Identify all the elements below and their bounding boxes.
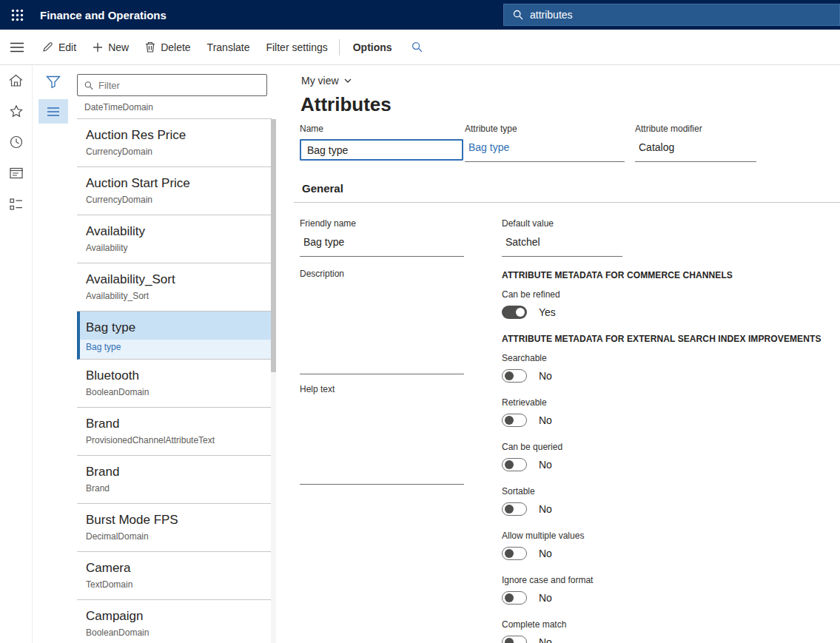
list-lines-icon	[47, 107, 59, 116]
toggle-row: No	[502, 458, 840, 471]
toggle-state-text: No	[539, 503, 552, 515]
new-button-label: New	[108, 41, 129, 53]
help-text-field[interactable]	[300, 400, 464, 485]
toggle-field: Sortable No	[502, 486, 840, 516]
list-filter-input[interactable]	[98, 80, 260, 91]
toggle-row: Yes	[502, 306, 840, 319]
list-filter-box[interactable]	[77, 74, 267, 96]
toggle-row: No	[502, 636, 840, 643]
toggle-knob	[505, 416, 514, 425]
attribute-modifier-value[interactable]: Catalog	[635, 139, 756, 162]
home-icon[interactable]	[8, 73, 24, 87]
toggle-state-text: No	[539, 636, 552, 643]
view-selector[interactable]: My view	[294, 74, 352, 87]
list-item[interactable]: Auction Start Price CurrencyDomain	[77, 167, 272, 215]
list-item[interactable]: Burst Mode FPS DecimalDomain	[77, 504, 272, 552]
toggle-switch[interactable]	[502, 414, 527, 427]
global-search-value: attributes	[530, 9, 573, 21]
name-label: Name	[300, 124, 465, 134]
filter-settings-button-label: Filter settings	[266, 41, 327, 53]
toggle-switch[interactable]	[502, 369, 527, 383]
header-fields: Name Attribute type Bag type Attribute m…	[294, 124, 840, 162]
filter-settings-button[interactable]: Filter settings	[258, 30, 335, 64]
records-list-panel: DateTimeDomain Auction Res Price Currenc…	[74, 65, 276, 643]
app-title[interactable]: Finance and Operations	[40, 9, 167, 21]
recent-clock-icon[interactable]	[8, 135, 24, 149]
name-field-group: Name	[300, 124, 465, 162]
list-item[interactable]: Auction Res Price CurrencyDomain	[77, 119, 272, 167]
new-button[interactable]: New	[84, 30, 137, 64]
toggle-label: Allow multiple values	[502, 531, 840, 541]
list-item[interactable]: Availability Availability	[77, 215, 272, 263]
delete-button[interactable]: Delete	[137, 30, 198, 64]
list-item[interactable]: Bag type Bag type	[77, 312, 272, 360]
toggle-label: Can be refined	[502, 289, 840, 300]
toggle-switch[interactable]	[502, 547, 527, 560]
toggle-field: Searchable No	[502, 353, 840, 383]
action-toolbar: Edit New Delete Translate Filter setting…	[0, 30, 840, 65]
name-input[interactable]	[300, 139, 463, 161]
show-list-button[interactable]	[38, 99, 68, 124]
toggle-switch[interactable]	[502, 591, 527, 605]
list-scrollbar[interactable]	[271, 119, 276, 643]
filter-funnel-button[interactable]	[40, 71, 67, 93]
modules-sitemap-icon[interactable]	[8, 197, 24, 212]
toggle-field: Ignore case and format No	[502, 575, 840, 605]
commerce-metadata-heading: ATTRIBUTE METADATA FOR COMMERCE CHANNELS	[502, 270, 840, 280]
toggle-label: Complete match	[502, 619, 840, 630]
options-menu-label: Options	[353, 41, 392, 53]
nav-menu-button[interactable]	[0, 30, 34, 64]
list-item-subtitle: CurrencyDomain	[77, 143, 272, 157]
toggle-label: Retrievable	[502, 397, 840, 408]
default-value-field[interactable]: Satchel	[502, 234, 622, 257]
toggle-switch[interactable]	[502, 636, 527, 643]
toggle-field: Can be refined Yes	[502, 289, 840, 319]
toggle-switch[interactable]	[502, 502, 527, 516]
list-item[interactable]: Brand ProvisionedChannelAttributeText	[77, 408, 272, 456]
list-item-title: Availability_Sort	[77, 263, 272, 287]
commerce-toggle-group: Can be refined Yes	[502, 289, 840, 319]
search-metadata-heading: ATTRIBUTE METADATA FOR EXTERNAL SEARCH I…	[502, 334, 840, 344]
list-item-subtitle: Bag type	[80, 340, 272, 360]
toggle-state-text: No	[539, 548, 552, 559]
attribute-type-link[interactable]: Bag type	[465, 139, 625, 162]
toggle-state-text: No	[539, 459, 552, 471]
list-item[interactable]: Availability_Sort Availability_Sort	[77, 263, 272, 312]
list-item[interactable]: Camera TextDomain	[77, 552, 272, 600]
scrollbar-thumb[interactable]	[271, 119, 276, 372]
toggle-label: Sortable	[502, 486, 840, 496]
favorites-star-icon[interactable]	[8, 104, 24, 118]
toggle-field: Allow multiple values No	[502, 531, 840, 560]
edit-button[interactable]: Edit	[34, 30, 84, 64]
translate-button[interactable]: Translate	[199, 30, 258, 64]
options-menu-button[interactable]: Options	[343, 30, 403, 64]
waffle-grid-icon	[11, 9, 24, 21]
list-item-partial[interactable]: DateTimeDomain	[77, 102, 272, 119]
list-item-subtitle: BooleanDomain	[77, 624, 272, 638]
app-launcher-icon[interactable]	[0, 0, 34, 30]
list-item[interactable]: Campaign BooleanDomain	[77, 600, 272, 643]
global-search-box[interactable]: attributes	[503, 4, 840, 26]
toggle-knob	[505, 638, 514, 643]
list-item-title: Auction Res Price	[77, 119, 272, 143]
toggle-knob	[516, 308, 525, 317]
workspaces-form-icon[interactable]	[8, 166, 24, 181]
friendly-name-field[interactable]: Bag type	[300, 234, 464, 257]
toggle-switch[interactable]	[502, 458, 527, 471]
toggle-knob	[505, 549, 514, 558]
list-item-subtitle: Availability_Sort	[77, 287, 272, 301]
description-label: Description	[300, 269, 502, 279]
description-field[interactable]	[300, 284, 464, 374]
toggle-label: Can be queried	[502, 442, 840, 452]
toggle-state-text: No	[539, 370, 552, 382]
toggle-switch[interactable]	[502, 306, 527, 319]
list-item[interactable]: Bluetooth BooleanDomain	[77, 360, 272, 408]
list-item-title: Auction Start Price	[77, 167, 272, 191]
list-item-title: Brand	[77, 408, 272, 431]
toolbar-search-button[interactable]	[403, 30, 431, 64]
toggle-field: Complete match No	[502, 619, 840, 643]
toggle-label: Ignore case and format	[502, 575, 840, 585]
list-item-subtitle: TextDomain	[77, 576, 272, 590]
list-item[interactable]: Brand Brand	[77, 456, 272, 504]
section-header-general[interactable]: General	[294, 182, 840, 203]
